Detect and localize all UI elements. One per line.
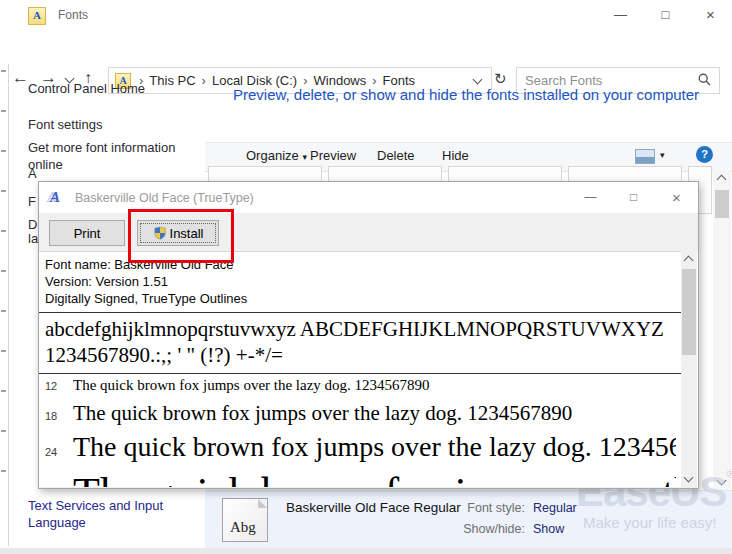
font-file-icon: Abg [222,498,268,542]
font-version-line: Version: Version 1.51 [45,273,676,290]
sidebar-item-text-services[interactable]: Text Services and Input Language [28,497,178,531]
window-bottom-edge [0,548,732,554]
sample-text: The quick brown fox jumps over the lazy … [73,468,676,487]
install-button-label: Install [170,226,204,241]
back-button[interactable]: ← [12,68,29,88]
help-icon[interactable]: ? [696,146,713,163]
sample-text: The quick brown fox jumps over the lazy … [73,377,430,394]
alphabet-sample-line1: abcdefghijklmnopqrstuvwxyz ABCDEFGHIJKLM… [45,316,676,342]
divider [39,373,697,374]
font-name-line: Font name: Baskerville Old Face [45,256,676,273]
sample-size-label: 18 [45,410,73,422]
sidebar-item-get-more-fonts[interactable]: Get more font information online [28,139,198,173]
sample-row-12: 12 The quick brown fox jumps over the la… [45,377,676,401]
dialog-scroll-up-icon[interactable] [681,251,697,267]
minimize-button[interactable]: — [598,0,643,30]
sample-size-label: 24 [45,446,73,458]
dialog-maximize-button[interactable]: □ [612,182,655,213]
sidebar-item-fragment-1[interactable]: A [28,166,37,181]
breadcrumb-separator[interactable]: › [200,73,208,88]
dialog-scroll-down-icon[interactable] [681,471,697,487]
fonts-app-icon: A [28,7,46,25]
alphabet-sample-line2: 1234567890.:,; ' " (!?) +-*/= [45,342,676,368]
watermark-tagline: Make your life easy! [583,514,716,531]
scrollbar-thumb[interactable] [715,190,729,218]
sample-size-label: 12 [45,380,73,392]
page-title: Preview, delete, or show and hide the fo… [233,84,707,106]
sample-text: The quick brown fox jumps over the lazy … [73,431,676,463]
font-preview-dialog: A Baskerville Old Face (TrueType) — □ × … [38,181,699,489]
dialog-titlebar[interactable]: A Baskerville Old Face (TrueType) — □ × [39,182,698,213]
selected-font-name: Baskerville Old Face Regular [286,500,461,515]
organize-button[interactable]: Organize ▾ [246,148,307,163]
address-dropdown-icon[interactable] [473,74,483,84]
window-scrollbar[interactable] [713,170,731,490]
font-file-icon-text: Abg [230,519,256,536]
font-style-label: Font style: [451,501,525,515]
sidebar-item-fragment-4[interactable]: la [28,231,38,246]
organize-label: Organize [246,148,299,163]
uac-shield-icon [153,226,167,240]
sidebar-item-fragment-3[interactable]: D [28,217,37,232]
font-preview-area: Font name: Baskerville Old Face Version:… [39,251,698,487]
window-titlebar: A Fonts — □ × [0,0,732,30]
dialog-scrollbar-thumb[interactable] [682,269,696,355]
delete-button[interactable]: Delete [377,148,415,163]
window-title: Fonts [58,8,88,22]
maximize-button[interactable]: □ [643,0,688,30]
navigation-bar: ← → ↑ A › This PC › Local Disk (C:) › Wi… [0,30,732,64]
organize-caret-icon: ▾ [302,152,307,162]
scroll-up-icon[interactable] [713,170,731,186]
font-style-value: Regular [533,501,577,515]
show-hide-label: Show/hide: [451,522,525,536]
install-button[interactable]: Install [137,220,219,246]
font-viewer-icon: A [50,189,60,206]
sample-text: The quick brown fox jumps over the lazy … [73,401,572,426]
crop-artifact-line [8,64,9,546]
sample-row-18: 18 The quick brown fox jumps over the la… [45,401,676,431]
dialog-title: Baskerville Old Face (TrueType) [75,191,254,205]
change-view-icon[interactable] [635,149,655,164]
preview-button[interactable]: Preview [310,148,356,163]
dialog-scrollbar[interactable] [681,251,697,487]
sidebar-item-font-settings[interactable]: Font settings [28,116,102,133]
font-signature-line: Digitally Signed, TrueType Outlines [45,290,676,307]
breadcrumb-this-pc[interactable]: This PC [145,73,199,88]
sample-row-36: 36 The quick brown fox jumps over the la… [45,468,676,487]
divider [39,312,697,313]
sidebar-item-control-panel-home[interactable]: Control Panel Home [28,80,145,97]
view-caret-icon[interactable]: ▾ [660,150,665,160]
dialog-minimize-button[interactable]: — [569,182,612,213]
dialog-button-bar: Print Install [39,213,698,251]
hide-button[interactable]: Hide [442,148,469,163]
print-button[interactable]: Print [49,220,125,246]
close-button[interactable]: × [688,0,732,30]
sidebar-item-fragment-2[interactable]: F [28,194,36,209]
dialog-close-button[interactable]: × [655,182,698,213]
crop-artifact-ticks [1,70,6,510]
show-hide-value[interactable]: Show [533,522,564,536]
sample-row-24: 24 The quick brown fox jumps over the la… [45,431,676,468]
